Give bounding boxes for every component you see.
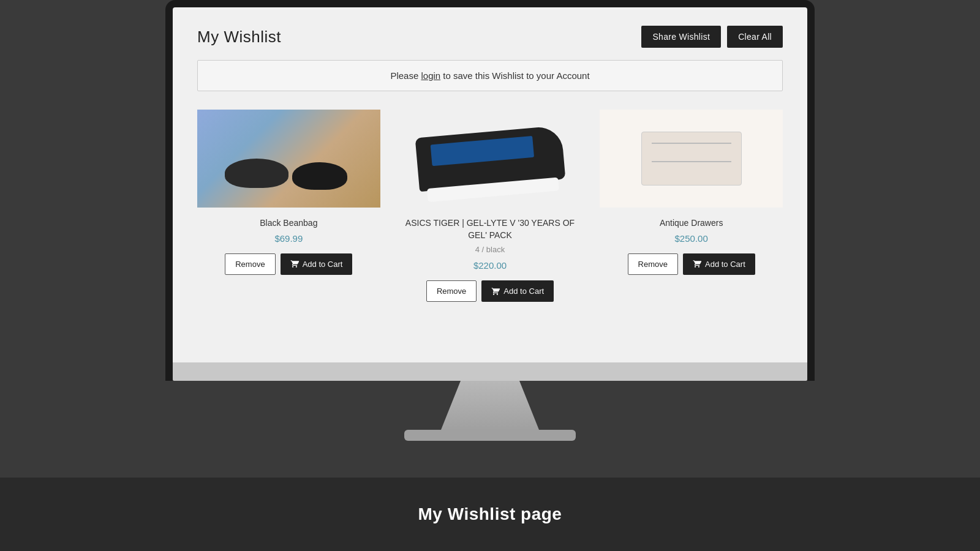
cart-icon-2 [491, 287, 500, 296]
shoe-shape [415, 126, 565, 192]
product-variant-2: 4 / black [475, 245, 505, 254]
login-link[interactable]: login [421, 70, 440, 81]
cart-icon-3 [693, 260, 701, 268]
add-to-cart-button-2[interactable]: Add to Cart [481, 280, 554, 302]
login-notice: Please login to save this Wishlist to yo… [197, 60, 783, 91]
monitor-foot [404, 430, 576, 441]
monitor-base-top [173, 362, 807, 381]
product-image-shoe [399, 110, 582, 208]
beanbag-image [197, 110, 380, 208]
product-name-3: Antique Drawers [660, 217, 723, 230]
product-price-1: $69.99 [274, 233, 303, 244]
bottom-label: My Wishlist page [418, 504, 562, 524]
cart-icon-1 [290, 260, 299, 268]
product-card-3: Antique Drawers $250.00 Remove Add to Ca… [600, 110, 783, 302]
product-name-2: ASICS TIGER | GEL-LYTE V '30 YEARS OF GE… [399, 217, 582, 241]
product-card-2: ASICS TIGER | GEL-LYTE V '30 YEARS OF GE… [399, 110, 582, 302]
drawer-unit [641, 132, 742, 186]
remove-button-1[interactable]: Remove [225, 253, 275, 275]
bottom-bar: My Wishlist page [0, 478, 980, 551]
product-image-drawers [600, 110, 783, 208]
monitor-stand [441, 381, 539, 430]
product-actions-2: Remove Add to Cart [426, 280, 554, 302]
share-wishlist-button[interactable]: Share Wishlist [641, 26, 721, 48]
product-price-3: $250.00 [675, 233, 708, 244]
notice-suffix: to save this Wishlist to your Account [440, 70, 589, 81]
product-actions-3: Remove Add to Cart [628, 253, 755, 275]
remove-button-2[interactable]: Remove [426, 280, 477, 302]
header-buttons: Share Wishlist Clear All [641, 26, 783, 48]
products-grid: Black Beanbag $69.99 Remove Add to Cart [197, 110, 783, 302]
clear-all-button[interactable]: Clear All [727, 26, 783, 48]
shoe-image [399, 110, 582, 208]
add-to-cart-button-1[interactable]: Add to Cart [281, 253, 353, 275]
drawers-image [600, 110, 783, 208]
product-actions-1: Remove Add to Cart [225, 253, 352, 275]
add-to-cart-button-3[interactable]: Add to Cart [683, 253, 755, 275]
notice-prefix: Please [390, 70, 421, 81]
product-image-beanbag [197, 110, 380, 208]
page-title: My Wishlist [197, 28, 281, 47]
product-price-2: $220.00 [473, 260, 507, 271]
product-card-1: Black Beanbag $69.99 Remove Add to Cart [197, 110, 380, 302]
product-name-1: Black Beanbag [260, 217, 317, 230]
remove-button-3[interactable]: Remove [628, 253, 678, 275]
page-header: My Wishlist Share Wishlist Clear All [197, 26, 783, 48]
